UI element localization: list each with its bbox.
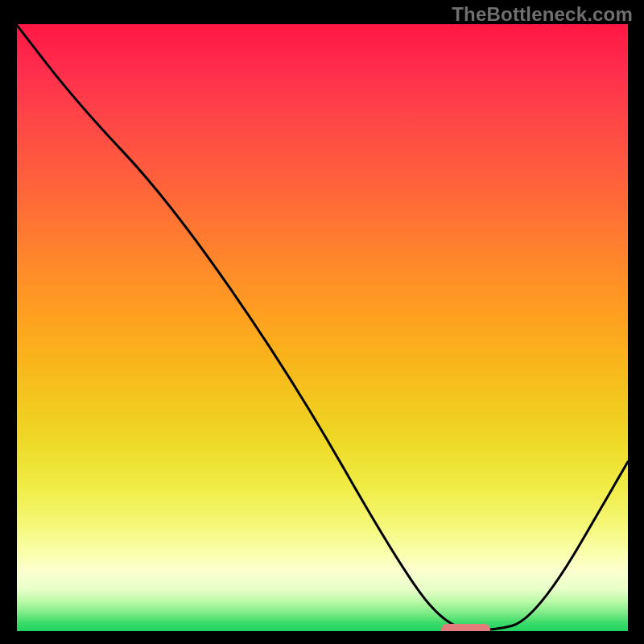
y-axis-line bbox=[14, 23, 17, 634]
x-axis-line bbox=[14, 631, 630, 634]
chart-frame: TheBottleneck.com bbox=[0, 0, 644, 644]
watermark-text: TheBottleneck.com bbox=[452, 3, 633, 26]
plot-area bbox=[16, 24, 628, 632]
bottleneck-curve bbox=[16, 24, 628, 632]
